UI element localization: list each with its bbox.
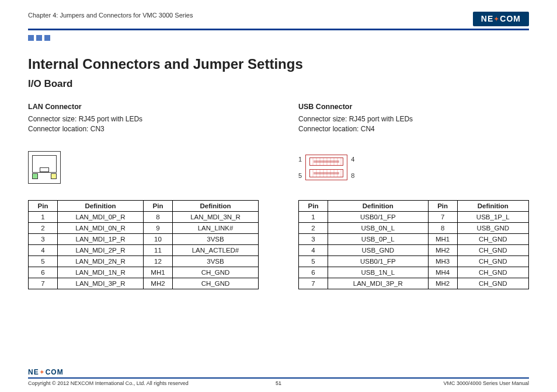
chapter-title: Chapter 4: Jumpers and Connectors for VM…	[28, 12, 193, 19]
lan-meta: Connector size: RJ45 port with LEDs Conn…	[28, 114, 259, 135]
table-row: 1USB0/1_FP7USB_1P_L	[299, 211, 529, 222]
usb-title: USB Connector	[298, 103, 529, 111]
lan-title: LAN Connector	[28, 103, 259, 111]
rj45-diagram	[28, 151, 61, 184]
table-row: 6USB_1N_LMH4CH_GND	[299, 267, 529, 278]
usb-pin-8-label: 8	[351, 172, 354, 179]
table-row: 3USB_0P_LMH1CH_GND	[299, 233, 529, 244]
usb-section: USB Connector Connector size: RJ45 port …	[298, 103, 529, 289]
table-row: 5LAN_MDI_2N_R123VSB	[29, 256, 259, 267]
table-row: 1LAN_MDI_0P_R8LAN_MDI_3N_R	[29, 211, 259, 222]
usb-port-top-icon	[309, 158, 343, 166]
decorative-squares	[28, 35, 529, 41]
usb-port-bottom-icon	[309, 169, 343, 177]
page-title: Internal Connectors and Jumper Settings	[28, 56, 529, 72]
lan-section: LAN Connector Connector size: RJ45 port …	[28, 103, 259, 289]
footer-logo-star-icon: ✦	[40, 369, 45, 375]
logo-star-icon: ✦	[494, 16, 499, 22]
table-row: 6LAN_MDI_1N_RMH1CH_GND	[29, 267, 259, 278]
table-row: 3LAN_MDI_1P_R103VSB	[29, 233, 259, 244]
usb-pin-1-label: 1	[298, 156, 302, 163]
table-row: 4USB_GNDMH2CH_GND	[299, 244, 529, 256]
doc-title: VMC 3000/4000 Series User Manual	[443, 380, 529, 386]
table-row: 5USB0/1_FPMH3CH_GND	[299, 256, 529, 267]
page-number: 51	[276, 380, 281, 386]
led-yellow-icon	[51, 173, 57, 179]
usb-pin-4-label: 4	[351, 156, 354, 163]
header-rule	[28, 29, 529, 30]
copyright-text: Copyright © 2012 NEXCOM International Co…	[28, 380, 189, 386]
footer-logo: NE✦COM	[28, 368, 529, 377]
usb-meta: Connector size: RJ45 port with LEDs Conn…	[298, 114, 529, 135]
nexcom-logo: NE✦COM	[473, 12, 529, 26]
table-row: 7LAN_MDI_3P_RMH2CH_GND	[29, 278, 259, 289]
usb-pin-5-label: 5	[298, 172, 302, 179]
usb-diagram: 1 5 4 8	[298, 155, 354, 180]
table-row: 2USB_0N_L8USB_GND	[299, 222, 529, 233]
table-row: 7LAN_MDI_3P_RMH2CH_GND	[299, 278, 529, 289]
led-green-icon	[32, 173, 38, 179]
table-row: 2LAN_MDI_0N_R9LAN_LINK#	[29, 222, 259, 233]
usb-pin-table: PinDefinitionPinDefinition 1USB0/1_FP7US…	[298, 200, 529, 289]
lan-pin-table: PinDefinitionPinDefinition 1LAN_MDI_0P_R…	[28, 200, 259, 289]
page-subtitle: I/O Board	[28, 78, 529, 90]
table-row: 4LAN_MDI_2P_R11LAN_ACTLED#	[29, 244, 259, 256]
